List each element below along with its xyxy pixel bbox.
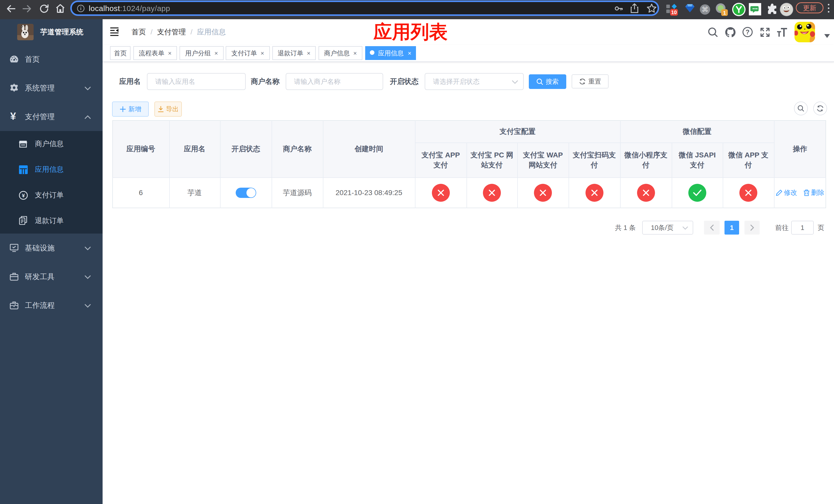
svg-text:10: 10	[671, 9, 677, 15]
svg-text:⌘: ⌘	[702, 6, 708, 13]
svg-text:¥: ¥	[22, 192, 25, 199]
svg-text:?: ?	[746, 28, 749, 36]
svg-text:1: 1	[723, 10, 726, 16]
